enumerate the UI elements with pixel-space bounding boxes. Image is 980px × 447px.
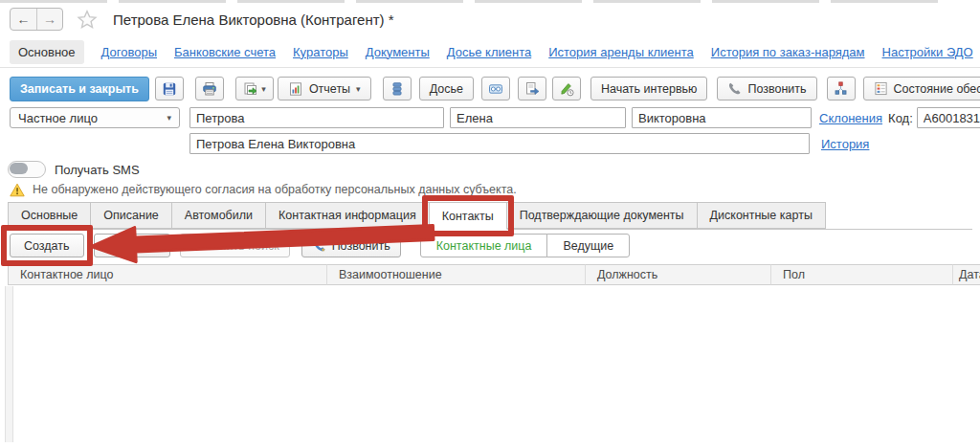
column-date[interactable]: Дата	[953, 264, 980, 285]
toolbar-call-button[interactable]: Позвонить	[717, 77, 816, 101]
code-field[interactable]	[917, 107, 980, 128]
tab-contacts[interactable]: Контакты	[429, 202, 507, 230]
save-icon	[162, 81, 177, 97]
favorite-star-icon[interactable]	[77, 10, 98, 30]
tab-main[interactable]: Основные	[8, 202, 91, 229]
print-icon	[202, 81, 217, 97]
save-and-close-button[interactable]: Записать и закрыть	[10, 77, 149, 101]
top-edge-segment	[0, 0, 107, 3]
provision-state-button[interactable]: Состояние обеспечения	[863, 77, 980, 101]
back-arrow-icon: ←	[17, 11, 31, 27]
nav-link-contracts[interactable]: Договоры	[101, 45, 157, 59]
badge-card-icon	[488, 81, 503, 97]
subsystem-nav: Основное Договоры Банковские счета Курат…	[10, 38, 980, 65]
nav-link-rental-history[interactable]: История аренды клиента	[548, 45, 694, 59]
nav-link-curators[interactable]: Кураторы	[293, 45, 348, 59]
provision-state-label: Состояние обеспечения	[894, 82, 980, 96]
reports-button[interactable]: Отчеты ▾	[278, 77, 371, 101]
structure-button[interactable]	[383, 77, 412, 101]
full-name-field[interactable]	[189, 133, 810, 154]
send-document-icon	[524, 81, 540, 97]
top-edge-segment	[119, 0, 226, 3]
print-button[interactable]	[195, 77, 224, 101]
save-button[interactable]	[155, 77, 184, 101]
copy-dropdown-button[interactable]: ▾	[235, 77, 274, 101]
structure-icon	[390, 81, 405, 97]
forward-arrow-icon: →	[43, 11, 56, 27]
contacts-table-body[interactable]	[8, 285, 980, 442]
sms-toggle[interactable]	[8, 161, 46, 178]
last-name-field[interactable]	[189, 107, 444, 128]
start-interview-button[interactable]: Начать интервью	[590, 77, 708, 101]
warning-row: Не обнаружено действующего согласия на о…	[10, 181, 517, 198]
phone-star-icon	[312, 238, 326, 253]
column-relationship[interactable]: Взаимоотношение	[327, 264, 586, 285]
nav-item-main[interactable]: Основное	[10, 40, 84, 64]
entity-type-select[interactable]: Частное лицо ▾	[10, 107, 180, 128]
title-bar: ← → Петрова Елена Викторовна (Контрагент…	[10, 6, 394, 33]
first-name-field[interactable]	[450, 107, 626, 128]
contacts-table-header: Контактное лицо Взаимоотношение Должност…	[8, 264, 980, 285]
entity-type-value: Частное лицо	[18, 111, 98, 125]
sms-toggle-label: Получать SMS	[55, 163, 140, 177]
chevron-down-icon: ▾	[167, 113, 171, 123]
create-button[interactable]: Создать	[10, 234, 84, 257]
view-segments: Контактные лица Ведущие	[420, 234, 631, 257]
tab-description[interactable]: Описание	[90, 202, 172, 229]
chevron-down-icon: ▾	[261, 84, 266, 94]
top-edge-segment	[831, 0, 938, 3]
show-links-button[interactable]	[827, 77, 856, 101]
history-nav: ← →	[10, 8, 63, 31]
dossier-button[interactable]: Досье	[419, 77, 474, 101]
pen-clock-icon	[559, 81, 574, 97]
column-gender[interactable]: Пол	[771, 264, 953, 285]
tab-discount-cards[interactable]: Дисконтные карты	[697, 202, 826, 229]
nav-link-work-order-history[interactable]: История по заказ-нарядам	[711, 45, 865, 59]
sign-button[interactable]	[552, 77, 581, 101]
nav-link-bank-accounts[interactable]: Банковские счета	[174, 45, 276, 59]
column-position[interactable]: Должность	[586, 264, 771, 285]
call-contact-label: Позвонить	[332, 239, 390, 253]
tab-confirming-documents[interactable]: Подтверждающие документы	[506, 202, 698, 229]
window-top-edge	[0, 0, 980, 3]
toolbar: Записать и закрыть ▾ Отчеты ▾ Досье На	[10, 76, 980, 101]
top-edge-segment	[475, 0, 582, 3]
nav-link-documents[interactable]: Документы	[366, 45, 430, 59]
nav-link-edo-settings[interactable]: Настройки ЭДО	[882, 45, 973, 59]
top-edge-segment	[593, 0, 701, 3]
top-edge-segment	[237, 0, 345, 3]
declensions-link[interactable]: Склонения	[819, 111, 882, 125]
history-link[interactable]: История	[821, 137, 869, 151]
column-contact-person[interactable]: Контактное лицо	[8, 264, 327, 285]
send-document-button[interactable]	[518, 77, 546, 101]
reports-icon	[288, 81, 303, 97]
cancel-search-button[interactable]: Отменить поиск	[180, 234, 290, 257]
full-name-row: История	[189, 133, 869, 154]
page-title: Петрова Елена Викторовна (Контрагент) *	[113, 11, 394, 28]
tab-cars[interactable]: Автомобили	[171, 202, 266, 229]
left-scroll-track[interactable]	[5, 286, 13, 442]
copy-icon	[243, 81, 258, 97]
find-button[interactable]: Найти...	[94, 234, 170, 257]
reports-label: Отчеты	[309, 82, 350, 96]
org-chart-icon	[834, 81, 848, 96]
segment-contact-persons[interactable]: Контактные лица	[420, 234, 548, 257]
card-button[interactable]	[481, 77, 510, 101]
warning-icon	[10, 183, 25, 197]
detail-tabs: Основные Описание Автомобили Контактная …	[8, 204, 972, 230]
forward-button[interactable]: →	[36, 9, 62, 30]
toolbar-call-label: Позвонить	[747, 82, 806, 96]
top-edge-segment	[356, 0, 463, 3]
sms-toggle-row: Получать SMS	[8, 161, 140, 178]
call-contact-button[interactable]: Позвонить	[301, 234, 401, 257]
divider	[0, 67, 980, 68]
segment-leading[interactable]: Ведущие	[546, 234, 630, 257]
status-list-icon	[874, 81, 888, 96]
middle-name-field[interactable]	[632, 107, 812, 128]
tab-contact-info[interactable]: Контактная информация	[265, 202, 430, 229]
warning-text: Не обнаружено действующего согласия на о…	[33, 183, 517, 196]
contacts-command-bar: Создать Найти... Отменить поиск Позвонит…	[10, 234, 630, 257]
chevron-down-icon: ▾	[356, 84, 361, 94]
nav-link-client-dossier[interactable]: Досье клиента	[447, 45, 531, 59]
back-button[interactable]: ←	[11, 9, 36, 30]
